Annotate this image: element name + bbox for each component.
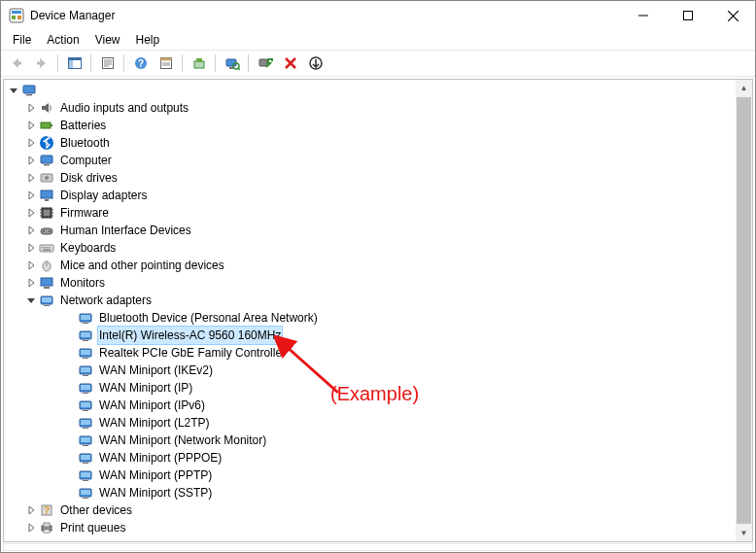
tree-category[interactable]: Display adapters — [4, 187, 752, 204]
action-center-button[interactable] — [155, 52, 178, 74]
toolbar-separator — [246, 52, 252, 74]
add-legacy-button[interactable] — [304, 52, 327, 74]
tree-device[interactable]: Bluetooth Device (Personal Area Network) — [4, 309, 752, 327]
scroll-down-button[interactable]: ▼ — [736, 525, 752, 541]
tree-device[interactable]: WAN Miniport (Network Monitor) — [4, 432, 752, 449]
back-button[interactable] — [5, 52, 28, 74]
scroll-up-button[interactable]: ▲ — [736, 80, 752, 96]
tree-category[interactable]: Monitors — [4, 274, 752, 292]
expand-icon[interactable] — [23, 188, 39, 203]
tree-item-label[interactable]: WAN Miniport (Network Monitor) — [97, 432, 268, 449]
tree-item-label[interactable]: WAN Miniport (PPTP) — [97, 467, 214, 484]
uninstall-button[interactable] — [279, 52, 302, 74]
show-hide-tree-button[interactable] — [63, 52, 86, 74]
expand-icon[interactable] — [23, 223, 39, 238]
tree-item-label[interactable]: Display adapters — [58, 187, 149, 204]
tree-item-label[interactable]: WAN Miniport (SSTP) — [97, 484, 214, 501]
tree-item-label[interactable]: Print queues — [58, 519, 127, 536]
close-button[interactable] — [710, 1, 755, 30]
tree-category[interactable]: Batteries — [4, 117, 752, 134]
expand-icon[interactable] — [23, 502, 39, 518]
tree-item-label[interactable]: Network adapters — [58, 292, 154, 309]
tree-category[interactable]: Disk drives — [4, 169, 752, 187]
enable-device-button[interactable] — [254, 52, 277, 74]
tree-item-label[interactable]: Intel(R) Wireless-AC 9560 160MHz — [97, 326, 283, 345]
maximize-button[interactable] — [666, 1, 710, 30]
menu-action[interactable]: Action — [39, 31, 86, 49]
device-tree[interactable]: Audio inputs and outputsBatteriesBluetoo… — [4, 80, 752, 541]
svg-rect-5 — [684, 12, 693, 20]
tree-category[interactable]: Human Interface Devices — [4, 222, 752, 239]
tree-device[interactable]: WAN Miniport (SSTP) — [4, 484, 752, 501]
tree-device[interactable]: WAN Miniport (L2TP) — [4, 414, 752, 432]
tree-item-label[interactable]: WAN Miniport (IKEv2) — [97, 362, 215, 379]
tree-category[interactable]: Computer — [4, 152, 752, 169]
tree-item-label[interactable]: Disk drives — [58, 169, 120, 187]
properties-button[interactable] — [96, 52, 120, 74]
tree-category[interactable]: Keyboards — [4, 239, 752, 257]
menu-help[interactable]: Help — [128, 31, 168, 49]
tree-item-label[interactable]: Human Interface Devices — [58, 222, 193, 239]
tree-device[interactable]: WAN Miniport (PPTP) — [4, 467, 752, 484]
expand-icon[interactable] — [23, 100, 39, 116]
expand-icon[interactable] — [23, 205, 39, 221]
menu-file[interactable]: File — [5, 31, 39, 49]
hid-icon — [39, 223, 54, 238]
tree-device[interactable]: WAN Miniport (IPv6) — [4, 397, 752, 414]
scan-hardware-button[interactable] — [221, 52, 244, 74]
network-icon — [78, 328, 93, 343]
tree-category[interactable]: Audio inputs and outputs — [4, 99, 752, 117]
monitor-icon — [39, 275, 54, 291]
tree-device[interactable]: Realtek PCIe GbE Family Controller — [4, 344, 752, 362]
tree-item-label[interactable]: Monitors — [58, 274, 107, 292]
collapse-icon[interactable] — [23, 293, 39, 308]
minimize-button[interactable] — [621, 1, 666, 30]
tree-device[interactable]: WAN Miniport (IP) — [4, 379, 752, 397]
scroll-thumb[interactable] — [737, 97, 751, 524]
network-icon — [78, 485, 93, 501]
expand-icon[interactable] — [23, 275, 39, 291]
expand-icon[interactable] — [23, 153, 39, 168]
tree-device[interactable]: WAN Miniport (PPPOE) — [4, 449, 752, 467]
tree-item-label[interactable]: Mice and other pointing devices — [58, 257, 226, 274]
tree-category[interactable]: Mice and other pointing devices — [4, 257, 752, 274]
expand-icon[interactable] — [23, 240, 39, 256]
tree-item-label[interactable]: Realtek PCIe GbE Family Controller — [97, 344, 288, 362]
expand-icon[interactable] — [23, 170, 39, 186]
menu-view[interactable]: View — [87, 31, 128, 49]
tree-item-label[interactable]: Firmware — [58, 204, 111, 222]
tree-item-label[interactable]: Audio inputs and outputs — [58, 99, 190, 117]
tree-item-label[interactable]: Batteries — [58, 117, 108, 134]
expand-icon[interactable] — [23, 135, 39, 151]
svg-rect-106 — [44, 530, 50, 533]
mouse-icon — [39, 258, 54, 273]
tree-item-label[interactable]: WAN Miniport (IP) — [97, 379, 194, 397]
tree-item-label[interactable]: Computer — [58, 152, 114, 169]
help-button[interactable]: ? — [129, 52, 153, 74]
expand-icon[interactable] — [23, 258, 39, 273]
tree-category[interactable]: Network adapters — [4, 292, 752, 309]
expand-icon[interactable] — [23, 520, 39, 536]
tree-root[interactable] — [4, 82, 752, 99]
tree-panel: Audio inputs and outputsBatteriesBluetoo… — [3, 79, 753, 542]
tree-item-label[interactable]: WAN Miniport (PPPOE) — [97, 449, 223, 467]
tree-item-label[interactable]: Bluetooth — [58, 134, 112, 152]
tree-category[interactable]: Firmware — [4, 204, 752, 222]
tree-device[interactable]: Intel(R) Wireless-AC 9560 160MHz — [4, 327, 752, 344]
forward-button[interactable] — [30, 52, 53, 74]
vertical-scrollbar[interactable]: ▲ ▼ — [736, 80, 752, 541]
tree-item-label[interactable]: Keyboards — [58, 239, 118, 257]
tree-category[interactable]: ?Other devices — [4, 501, 752, 519]
svg-rect-65 — [44, 287, 50, 289]
update-driver-button[interactable] — [188, 52, 211, 74]
expand-icon[interactable] — [23, 118, 39, 133]
tree-item-label[interactable]: WAN Miniport (L2TP) — [97, 414, 212, 432]
tree-category[interactable]: Bluetooth — [4, 134, 752, 152]
collapse-icon[interactable] — [6, 83, 21, 98]
tree-category[interactable]: Print queues — [4, 519, 752, 536]
tree-device[interactable]: WAN Miniport (IKEv2) — [4, 362, 752, 379]
tree-item-label[interactable]: Bluetooth Device (Personal Area Network) — [97, 309, 320, 327]
svg-rect-85 — [81, 402, 90, 407]
tree-item-label[interactable]: WAN Miniport (IPv6) — [97, 397, 207, 414]
tree-item-label[interactable]: Other devices — [58, 501, 134, 519]
